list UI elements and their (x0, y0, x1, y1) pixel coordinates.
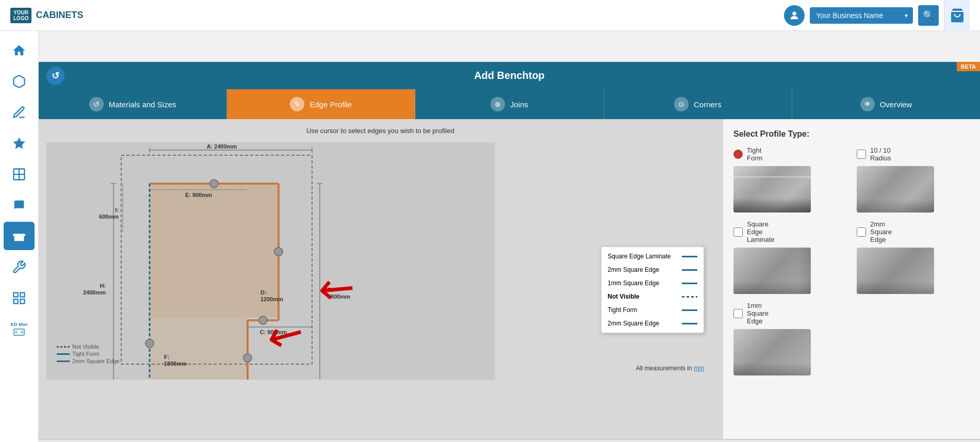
label-radius: 10 / 10Radius (870, 146, 891, 162)
svg-point-21 (210, 179, 218, 188)
legend-item-not-visible[interactable]: Not Visible (601, 290, 704, 303)
logo-area: YOURLOGO CABINETS (10, 8, 83, 23)
sidebar-item-edit[interactable] (4, 98, 35, 126)
sidebar-item-grid[interactable] (4, 284, 35, 312)
nav-buttons: ◀ Previous Next ▶ (39, 439, 980, 442)
business-name-select[interactable]: Your Business Name (810, 7, 913, 24)
svg-rect-5 (13, 234, 25, 236)
tab-corners[interactable]: ⊙ Corners (604, 89, 792, 119)
img-1mm-square (733, 329, 811, 375)
profile-radius: 10 / 10Radius (857, 146, 970, 212)
svg-point-0 (792, 11, 796, 15)
svg-text:F:: F: (164, 354, 169, 360)
sidebar-item-home[interactable] (4, 36, 35, 64)
legend-item-1mm-square[interactable]: 1mm Square Edge (601, 276, 704, 290)
tab-icon-joins: ⊗ (491, 97, 505, 111)
legend-solid-line-2 (57, 361, 70, 362)
legend-2mm-bottom: 2mm Square Edge (57, 358, 120, 364)
label-square-edge-lam: SquareEdgeLaminate (747, 220, 774, 243)
sidebar-item-cabinet[interactable] (4, 160, 35, 188)
cart-icon[interactable] (944, 0, 970, 31)
units-link[interactable]: mm (694, 365, 704, 372)
svg-point-24 (243, 354, 252, 362)
main-content: ↺ Add Benchtop BETA ↺ Materials and Size… (39, 62, 980, 442)
tab-edge-profile[interactable]: ✎ Edge Profile (227, 89, 415, 119)
legend-line-solid (682, 256, 697, 257)
left-sidebar: KD Max (0, 31, 39, 442)
sidebar-item-book[interactable] (4, 191, 35, 219)
page-header: ↺ Add Benchtop BETA (39, 62, 980, 89)
tab-joins[interactable]: ⊗ Joins (415, 89, 603, 119)
beta-badge: BETA (957, 62, 980, 71)
sidebar-item-benchtop[interactable] (4, 222, 35, 250)
tab-icon-corners: ⊙ (674, 97, 689, 111)
label-2mm-square: 2mmSquareEdge (870, 220, 892, 243)
sidebar-item-box[interactable] (4, 67, 35, 95)
tab-materials[interactable]: ↺ Materials and Sizes (39, 89, 227, 119)
right-panel: Select Profile Type: TightForm (722, 119, 980, 439)
sidebar-item-tools[interactable] (4, 253, 35, 281)
sidebar-item-star[interactable] (4, 129, 35, 157)
label-1mm-square: 1mmSquareEdge (747, 302, 769, 325)
checkbox-square-edge-lam[interactable] (733, 227, 743, 237)
svg-text:1800mm: 1800mm (164, 361, 187, 367)
img-radius (857, 166, 934, 212)
logo-box: YOURLOGO (10, 8, 31, 23)
tabs-bar: ↺ Materials and Sizes ✎ Edge Profile ⊗ J… (39, 89, 980, 119)
legend-not-visible: Not Visible (57, 343, 120, 350)
tab-icon-overview: 👁 (860, 97, 875, 111)
legend-line-2mm (682, 269, 697, 271)
diagram-wrapper[interactable]: A: 2400mm B: 1800mm C: 900mm D: 1200mm (46, 142, 714, 380)
svg-point-25 (145, 339, 154, 348)
profile-square-edge-lam: SquareEdgeLaminate (733, 220, 846, 294)
legend-line-2mm-bot (682, 323, 697, 324)
legend-item-tight-form[interactable]: Tight Form (601, 303, 704, 317)
svg-rect-10 (20, 299, 24, 303)
legend-tight-form: Tight Form (57, 351, 120, 357)
checkbox-radius[interactable] (857, 150, 866, 159)
svg-text:D:: D: (260, 289, 267, 296)
user-icon[interactable] (784, 5, 805, 26)
svg-text:600mm: 600mm (99, 214, 119, 220)
page-title: Add Benchtop (474, 70, 545, 81)
label-tight-form: TightForm (747, 146, 762, 162)
svg-text:1200mm: 1200mm (260, 296, 283, 302)
search-button[interactable]: 🔍 (918, 5, 939, 26)
legend-item-2mm-square[interactable]: 2mm Square Edge (601, 263, 704, 276)
svg-text:E: 900mm: E: 900mm (185, 192, 212, 198)
legend-line-tight (682, 309, 697, 311)
canvas-area: Use cursor to select edges you wish to b… (39, 119, 722, 439)
svg-text:H:: H: (100, 283, 106, 289)
sidebar-item-kdmax[interactable]: KD Max (4, 315, 35, 343)
business-name-wrapper[interactable]: Your Business Name (810, 7, 913, 24)
svg-point-23 (259, 316, 267, 324)
svg-text:I:: I: (115, 207, 119, 213)
profile-2mm-square: 2mmSquareEdge (857, 220, 970, 294)
checkbox-1mm-square[interactable] (733, 309, 743, 318)
tab-icon-edge: ✎ (290, 97, 304, 111)
legend-solid-line (57, 353, 70, 355)
svg-rect-7 (14, 292, 18, 297)
profile-tight-form: TightForm (733, 146, 846, 212)
header-right: Your Business Name 🔍 (784, 0, 970, 31)
legend-dropdown: Square Edge Laminate 2mm Square Edge 1mm… (601, 247, 704, 333)
bottom-legend: Not Visible Tight Form 2mm Square Edge (57, 343, 120, 364)
svg-rect-9 (14, 299, 18, 303)
profiles-grid: TightForm 10 / 10Radius (733, 146, 970, 375)
legend-line-dashed (682, 296, 697, 298)
svg-text:2400mm: 2400mm (83, 289, 106, 296)
radio-tight-form[interactable] (733, 150, 743, 159)
profile-1mm-square: 1mmSquareEdge (733, 302, 846, 375)
img-tight-form (733, 166, 811, 212)
profile-type-title: Select Profile Type: (733, 129, 970, 139)
tab-overview[interactable]: 👁 Overview (792, 89, 980, 119)
back-button[interactable]: ↺ (46, 67, 64, 85)
top-header: YOURLOGO CABINETS Your Business Name 🔍 (0, 0, 980, 31)
legend-item-square-edge-lam[interactable]: Square Edge Laminate (601, 250, 704, 263)
legend-dash-line (57, 346, 70, 348)
checkbox-2mm-square[interactable] (857, 227, 866, 237)
legend-item-2mm-sq-bot[interactable]: 2mm Square Edge (601, 317, 704, 330)
img-2mm-square (857, 248, 934, 294)
svg-point-22 (274, 248, 283, 256)
legend-line-1mm (682, 283, 697, 284)
